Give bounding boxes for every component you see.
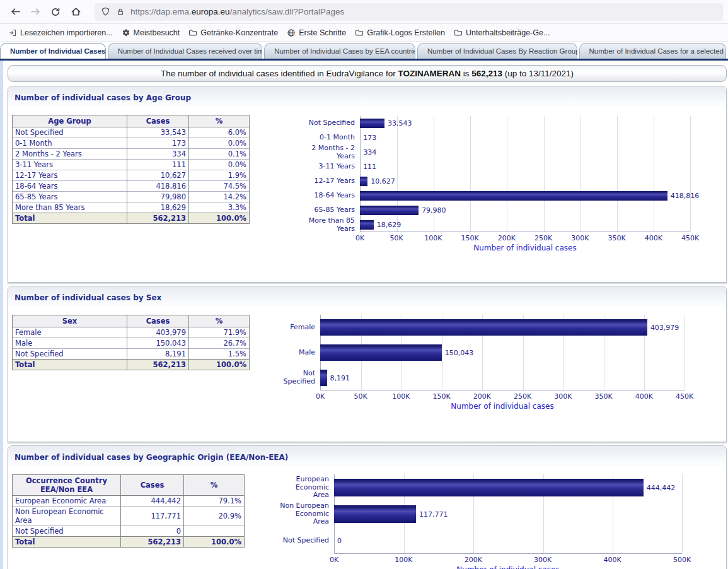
- url-domain: europa.eu: [192, 7, 230, 16]
- x-axis-title: Number of individual cases: [334, 564, 682, 569]
- bar-chart: Not Specified33,5430-1 Month1732 Months …: [293, 116, 690, 252]
- x-tick-label: 100K: [424, 234, 442, 242]
- table-row: European Economic Area444,44279.1%: [13, 496, 245, 507]
- bar[interactable]: [360, 206, 419, 215]
- bar[interactable]: [360, 220, 374, 230]
- x-tick-label: 0K: [316, 392, 325, 401]
- x-tick-label: 50K: [354, 392, 367, 401]
- table-row: 12-17 Years10,6271.9%: [13, 170, 250, 181]
- x-tick-label: 400K: [635, 392, 653, 401]
- table-row: 0-1 Month1730.0%: [13, 138, 250, 149]
- browser-toolbar: https://dap.ema.europa.eu/analytics/saw.…: [0, 0, 728, 24]
- value-label: 79,980: [422, 206, 446, 214]
- bookmark-label: Grafik-Logos Erstellen: [367, 28, 445, 37]
- bar[interactable]: [360, 177, 367, 186]
- section-title: Number of individual cases by Age Group: [14, 93, 191, 102]
- x-tick-label: 500K: [673, 556, 691, 564]
- data-table: SexCases%Female403,97971.9%Male150,04326…: [12, 315, 250, 370]
- table-row: Non European Economic Area117,77120.9%: [13, 507, 245, 526]
- chart-row: Not Specified0: [271, 527, 682, 554]
- category-label: Not Specified: [293, 119, 360, 127]
- table-row: 2 Months - 2 Years3340.1%: [13, 149, 250, 160]
- category-label: 0-1 Month: [293, 134, 360, 142]
- portal-tab-0[interactable]: Number of Individual Cases: [0, 43, 106, 59]
- bar[interactable]: [334, 479, 644, 496]
- x-axis-ticks: 0K100K200K300K400K500K: [334, 554, 682, 564]
- chart-row: More than 85 Years18,629: [293, 218, 690, 232]
- x-tick-label: 300K: [534, 556, 552, 564]
- reload-button[interactable]: [45, 3, 66, 21]
- x-tick-label: 100K: [395, 556, 412, 564]
- bookmark-item[interactable]: Erste Schritte: [282, 26, 350, 40]
- portal-tab-1[interactable]: Number of Individual Cases received over…: [108, 43, 263, 59]
- table-row: Not Specified33,5436.0%: [13, 127, 250, 138]
- portal-tab-3[interactable]: Number of Individual Cases By Reaction G…: [417, 43, 577, 59]
- url-text: https://dap.ema.europa.eu/analytics/saw.…: [130, 7, 344, 16]
- table-row: 65-85 Years79,98014.2%: [13, 192, 250, 202]
- section-2: Number of individual cases by Geographic…: [8, 445, 727, 569]
- x-tick-label: 300K: [554, 392, 572, 401]
- bookmark-item[interactable]: Getränke-Konzentrate: [184, 26, 282, 40]
- back-button[interactable]: [5, 3, 25, 21]
- chart-row: 65-85 Years79,980: [293, 203, 690, 218]
- bookmark-item[interactable]: Lesezeichen importieren...: [4, 26, 117, 40]
- bar[interactable]: [320, 319, 647, 336]
- column-header: %: [189, 315, 250, 327]
- x-tick-label: 0K: [330, 556, 338, 564]
- shield-icon[interactable]: [101, 7, 110, 16]
- bookmark-label: Getränke-Konzentrate: [200, 28, 278, 37]
- url-bar[interactable]: https://dap.ema.europa.eu/analytics/saw.…: [95, 3, 723, 21]
- x-tick-label: 100K: [392, 392, 410, 401]
- x-tick-label: 250K: [534, 234, 552, 242]
- bar[interactable]: [334, 505, 416, 523]
- bookmark-label: Meistbesucht: [134, 28, 180, 37]
- chart-row: Non European Economic Area117,771: [271, 501, 682, 527]
- portal-tab-2[interactable]: Number of Individual Cases by EEA countr…: [264, 43, 415, 59]
- chart-row: 0-1 Month173: [293, 131, 690, 145]
- portal-tab-4[interactable]: Number of Individual Cases for a selecte…: [579, 43, 727, 59]
- category-label: More than 85 Years: [293, 217, 360, 233]
- x-axis-title: Number of individual cases: [360, 242, 690, 252]
- chart-row: 12-17 Years10,627: [293, 174, 690, 189]
- value-label: 10,627: [371, 177, 395, 185]
- value-label: 0: [337, 537, 342, 545]
- table-total-row: Total562,213100.0%: [13, 213, 250, 224]
- table-row: 3-11 Years1110.0%: [13, 160, 250, 170]
- chart-row: 3-11 Years111: [293, 160, 690, 174]
- x-axis-title: Number of individual cases: [320, 401, 685, 411]
- chart-row: Male150,043: [267, 340, 685, 365]
- value-label: 150,043: [445, 349, 474, 357]
- bar[interactable]: [360, 191, 667, 201]
- forward-icon: [30, 6, 41, 17]
- chart-row: Not Specified8,191: [267, 365, 685, 390]
- x-tick-label: 50K: [390, 234, 403, 242]
- bookmark-item[interactable]: Unterhaltsbeiträge-Ge...: [449, 26, 554, 40]
- section-1: Number of individual cases by SexSexCase…: [8, 286, 727, 442]
- category-label: 3-11 Years: [293, 163, 360, 171]
- x-axis-ticks: 0K50K100K150K200K250K300K350K400K450K: [320, 390, 685, 401]
- column-header: Sex: [13, 315, 127, 327]
- bookmark-label: Unterhaltsbeiträge-Ge...: [466, 28, 550, 37]
- home-button[interactable]: [66, 3, 86, 21]
- bar[interactable]: [320, 370, 327, 386]
- lock-icon[interactable]: [116, 8, 125, 16]
- x-tick-label: 350K: [594, 392, 612, 401]
- column-header: Cases: [127, 115, 189, 127]
- bar-chart: European Economic Area444,442Non Europea…: [271, 474, 682, 569]
- x-tick-label: 200K: [473, 392, 491, 401]
- bookmark-item[interactable]: Grafik-Logos Erstellen: [350, 26, 449, 40]
- bookmarks-bar: Lesezeichen importieren...MeistbesuchtGe…: [0, 24, 728, 42]
- table-row: More than 85 Years18,6293.3%: [13, 202, 250, 213]
- forward-button[interactable]: [25, 3, 45, 21]
- category-label: 65-85 Years: [293, 206, 360, 214]
- value-label: 173: [363, 134, 376, 142]
- bar[interactable]: [320, 344, 442, 361]
- bookmark-item[interactable]: Meistbesucht: [117, 26, 185, 40]
- x-tick-label: 0K: [355, 234, 364, 242]
- category-label: Male: [267, 349, 320, 357]
- bar[interactable]: [360, 119, 384, 128]
- bookmark-label: Erste Schritte: [299, 28, 346, 37]
- total-count: 562,213: [471, 69, 502, 78]
- column-header: Age Group: [13, 115, 127, 127]
- category-label: 12-17 Years: [293, 177, 360, 185]
